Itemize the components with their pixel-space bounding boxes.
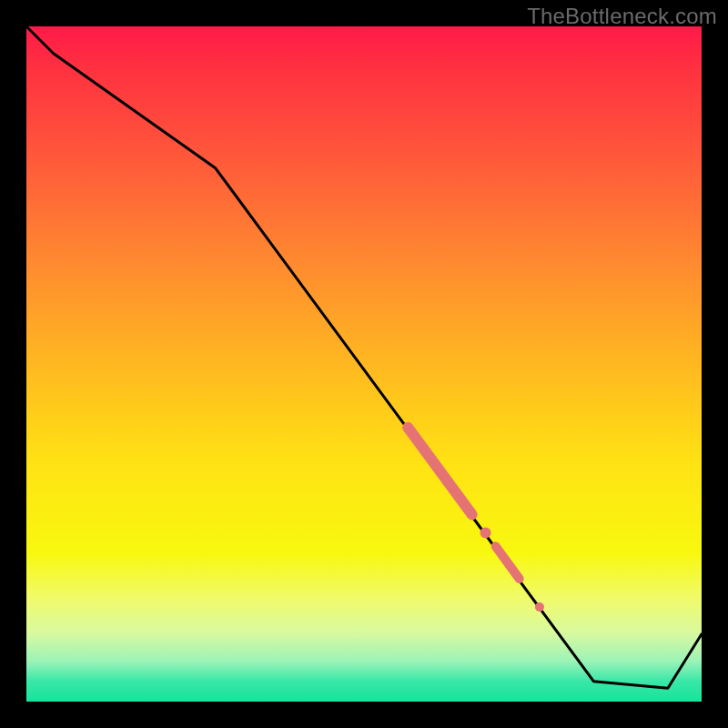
highlight-dot: [480, 528, 491, 539]
bottleneck-curve: [26, 26, 702, 688]
chart-svg: [26, 26, 702, 702]
highlight-dot: [535, 602, 544, 612]
chart-frame: TheBottleneck.com: [0, 0, 728, 728]
watermark-text: TheBottleneck.com: [527, 4, 717, 29]
highlight-segment: [408, 428, 471, 515]
highlight-segment: [496, 546, 520, 579]
chart-plot-area: [26, 26, 702, 702]
